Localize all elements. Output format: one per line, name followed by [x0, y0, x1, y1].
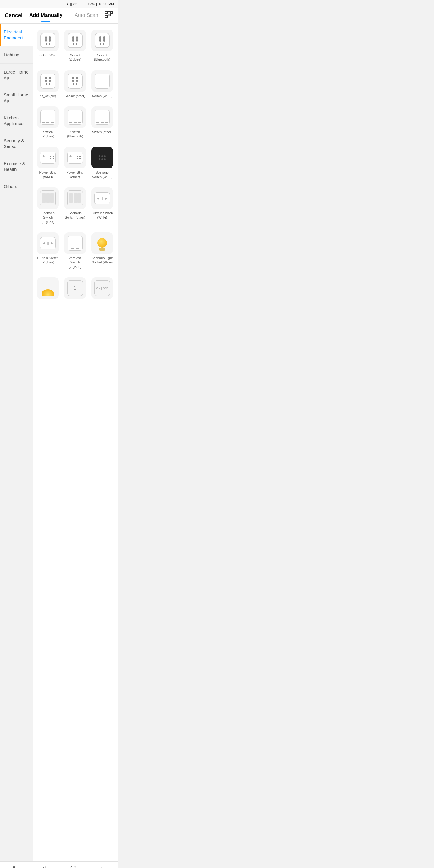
- device-grid-container: Socket (Wi-Fi): [33, 24, 118, 861]
- nav-recent-apps[interactable]: ▮: [12, 865, 16, 868]
- status-icons: ∗ ▯ ▿▿ ❘❘❘ 72% ▮ 10:38 PM: [66, 2, 114, 6]
- signal-icon: ❘❘❘: [78, 2, 87, 6]
- cancel-button[interactable]: Cancel: [5, 12, 23, 22]
- switch-zigbee-label: Switch (ZigBee): [37, 130, 59, 138]
- svg-rect-3: [108, 11, 110, 12]
- scenario-switch-other-icon: [64, 187, 86, 209]
- device-switch-zigbee[interactable]: Switch (ZigBee): [36, 103, 60, 142]
- sidebar-item-kitchen[interactable]: Kitchen Appliance: [0, 110, 33, 132]
- scenario-switch-zigbee-icon: [37, 187, 59, 209]
- sidebar-label-kitchen: Kitchen Appliance: [4, 115, 24, 126]
- nb-cz-icon: [37, 70, 59, 92]
- scenario-light-wifi-icon: [91, 232, 113, 254]
- sidebar-item-security[interactable]: Security & Sensor: [0, 132, 33, 155]
- device-scenario-switch-other[interactable]: Scenario Switch (other): [63, 184, 87, 227]
- sidebar-label-lighting: Lighting: [4, 52, 20, 57]
- device-wireless-switch-zigbee[interactable]: Wireless Switch (ZigBee): [63, 229, 87, 272]
- sidebar-item-small-home[interactable]: Small Home Ap…: [0, 87, 33, 110]
- device-powerstrip-wifi[interactable]: Power Strip (Wi-Fi): [36, 144, 60, 182]
- socket-zigbee-label: Socket (ZigBee): [64, 53, 86, 62]
- svg-rect-2: [105, 16, 107, 18]
- partial-3-icon: ON | OFF: [91, 277, 113, 299]
- tab-auto-scan[interactable]: Auto Scan: [75, 12, 98, 22]
- battery-level: 72%: [87, 2, 95, 6]
- device-socket-bluetooth[interactable]: Socket (Bluetooth): [90, 27, 115, 65]
- device-switch-wifi[interactable]: Switch (Wi-Fi): [90, 67, 115, 101]
- scenario-switch-wifi-label: Scenario Switch (Wi-Fi): [91, 170, 113, 179]
- socket-bluetooth-icon: [91, 30, 113, 51]
- device-curtain-switch-zigbee[interactable]: ◀ || ▶ Curtain Switch (ZigBee): [36, 229, 60, 272]
- nfc-icon: ▯: [70, 2, 72, 6]
- device-socket-other[interactable]: Socket (other): [63, 67, 87, 101]
- device-switch-other[interactable]: Switch (other): [90, 103, 115, 142]
- switch-wifi-icon: [91, 70, 113, 92]
- device-partial-3[interactable]: ON | OFF: [90, 274, 115, 304]
- socket-zigbee-icon: [64, 30, 86, 51]
- sidebar-label-electrical: Electrical Engineeri…: [4, 29, 27, 40]
- device-scenario-switch-wifi[interactable]: Scenario Switch (Wi-Fi): [90, 144, 115, 182]
- curtain-switch-zigbee-label: Curtain Switch (ZigBee): [37, 256, 59, 265]
- switch-bluetooth-icon: [64, 106, 86, 128]
- socket-wifi-label: Socket (Wi-Fi): [37, 53, 59, 57]
- sidebar-item-lighting[interactable]: Lighting: [0, 46, 33, 64]
- curtain-switch-wifi-label: Curtain Switch (Wi-Fi): [91, 211, 113, 220]
- device-partial-2[interactable]: 1: [63, 274, 87, 304]
- device-nb-cz[interactable]: nb_cz (NB): [36, 67, 60, 101]
- socket-other-icon: [64, 70, 86, 92]
- nav-home[interactable]: ◯: [70, 865, 76, 868]
- scenario-switch-wifi-icon: [91, 147, 113, 168]
- bluetooth-icon: ∗: [66, 2, 69, 6]
- device-switch-bluetooth[interactable]: Switch (Bluetooth): [63, 103, 87, 142]
- sidebar-label-others: Others: [4, 184, 17, 189]
- switch-other-icon: [91, 106, 113, 128]
- curtain-switch-zigbee-icon: ◀ || ▶: [37, 232, 59, 254]
- sidebar-item-others[interactable]: Others: [0, 178, 33, 195]
- device-scenario-light-wifi[interactable]: Scenario Light Socket (Wi-Fi): [90, 229, 115, 272]
- switch-wifi-label: Switch (Wi-Fi): [92, 94, 113, 98]
- sidebar-item-exercise[interactable]: Exercise & Health: [0, 155, 33, 178]
- wireless-switch-zigbee-icon: [64, 232, 86, 254]
- status-bar: ∗ ▯ ▿▿ ❘❘❘ 72% ▮ 10:38 PM: [0, 0, 118, 8]
- switch-bluetooth-label: Switch (Bluetooth): [64, 130, 86, 138]
- main-content: Electrical Engineeri… Lighting Large Hom…: [0, 24, 118, 861]
- switch-zigbee-icon: [37, 106, 59, 128]
- socket-other-label: Socket (other): [64, 94, 85, 98]
- svg-rect-1: [110, 11, 113, 13]
- sidebar-label-small-home: Small Home Ap…: [4, 92, 28, 103]
- scan-icon[interactable]: [105, 11, 113, 23]
- sidebar-label-security: Security & Sensor: [4, 138, 24, 149]
- device-powerstrip-other[interactable]: Power Strip (other): [63, 144, 87, 182]
- nb-cz-label: nb_cz (NB): [39, 94, 56, 98]
- header: Cancel Add Manually Auto Scan: [0, 8, 118, 24]
- scenario-switch-zigbee-label: Scenario Switch (ZigBee): [37, 211, 59, 224]
- sidebar-label-large-home: Large Home Ap…: [4, 69, 29, 81]
- socket-wifi-icon: [37, 30, 59, 51]
- nav-overview[interactable]: □: [101, 865, 105, 868]
- battery-icon: ▮: [96, 2, 98, 6]
- header-tabs: Add Manually Auto Scan: [23, 12, 105, 22]
- device-socket-zigbee[interactable]: Socket (ZigBee): [63, 27, 87, 65]
- powerstrip-other-label: Power Strip (other): [64, 170, 86, 179]
- sidebar-item-large-home[interactable]: Large Home Ap…: [0, 64, 33, 87]
- sidebar-label-exercise: Exercise & Health: [4, 161, 25, 172]
- tab-add-manually[interactable]: Add Manually: [29, 12, 63, 22]
- bottom-nav: ▮ ◁ ◯ □: [0, 861, 118, 868]
- device-socket-wifi[interactable]: Socket (Wi-Fi): [36, 27, 60, 65]
- curtain-switch-wifi-icon: ◀ || ▶: [91, 187, 113, 209]
- svg-rect-5: [108, 17, 110, 17]
- svg-rect-0: [105, 11, 107, 13]
- time: 10:38 PM: [98, 2, 114, 6]
- scenario-light-wifi-label: Scenario Light Socket (Wi-Fi): [91, 256, 113, 265]
- device-partial-1[interactable]: [36, 274, 60, 304]
- nav-back[interactable]: ◁: [41, 865, 45, 868]
- wireless-switch-zigbee-label: Wireless Switch (ZigBee): [64, 256, 86, 269]
- partial-2-icon: 1: [64, 277, 86, 299]
- device-scenario-switch-zigbee[interactable]: Scenario Switch (ZigBee): [36, 184, 60, 227]
- wifi-icon: ▿▿: [73, 2, 76, 6]
- sidebar-item-electrical[interactable]: Electrical Engineeri…: [0, 24, 33, 46]
- powerstrip-wifi-icon: [37, 147, 59, 168]
- svg-rect-4: [110, 14, 111, 16]
- powerstrip-wifi-label: Power Strip (Wi-Fi): [37, 170, 59, 179]
- device-curtain-switch-wifi[interactable]: ◀ || ▶ Curtain Switch (Wi-Fi): [90, 184, 115, 227]
- sidebar: Electrical Engineeri… Lighting Large Hom…: [0, 24, 33, 861]
